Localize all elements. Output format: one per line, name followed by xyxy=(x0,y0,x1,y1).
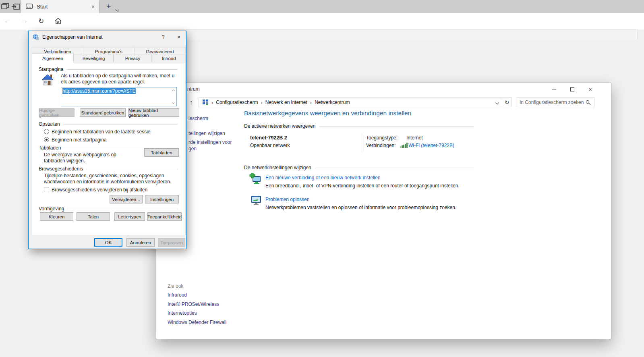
see-also-link-intel-proset[interactable]: Intel® PROSet/Wireless xyxy=(168,301,219,307)
browsegeschiedenis-description: Tijdelijke bestanden, geschiedenis, cook… xyxy=(44,173,177,185)
screen: Start × + ← → ↻ Zoek of voer een webadre… xyxy=(0,0,644,357)
browser-tab-start[interactable]: Start × xyxy=(21,0,99,13)
close-button[interactable]: × xyxy=(581,83,599,95)
breadcrumb-item-netwerkcentrum[interactable]: Netwerkcentrum xyxy=(315,100,350,105)
startpagina-description: Als u tabbladen op de startpagina wilt m… xyxy=(61,73,178,85)
section-label: Opstarten xyxy=(39,121,60,127)
homepage-url-textarea[interactable]: http://asus15.msn.com/?pc=ASTE xyxy=(61,87,177,106)
colors-button[interactable]: Kleuren xyxy=(40,212,73,221)
sidebar-link-fragment[interactable]: tellingen wijzigen xyxy=(188,131,225,136)
network-type: Openbaar netwerk xyxy=(250,143,290,148)
back-icon[interactable]: ← xyxy=(4,17,11,25)
radio-start-with-homepage[interactable] xyxy=(44,137,49,142)
breadcrumb-chevron: › xyxy=(310,100,312,106)
vormgeving-section-header: Vormgeving xyxy=(39,206,178,212)
breadcrumb-chevron: › xyxy=(261,100,262,106)
scroll-down-icon[interactable] xyxy=(171,101,176,105)
see-also-link-internetopties[interactable]: Internetopties xyxy=(168,310,197,316)
tabbar-divider-2 xyxy=(99,2,99,12)
start-page-icon xyxy=(26,3,33,10)
radio-start-with-homepage-label[interactable]: Beginnen met startpagina xyxy=(52,137,107,143)
refresh-icon[interactable]: ↻ xyxy=(502,98,511,107)
set-aside-tabs-icon[interactable] xyxy=(11,3,20,12)
cancel-button[interactable]: Annuleren xyxy=(126,238,155,247)
radio-last-session[interactable] xyxy=(44,129,49,134)
help-button[interactable]: ? xyxy=(157,31,170,43)
tab-inhoud[interactable]: Inhoud xyxy=(152,54,186,62)
tab-beveiliging[interactable]: Beveiliging xyxy=(74,54,114,62)
sidebar-link-fragment[interactable]: iescherm xyxy=(188,116,208,121)
tabs-button[interactable]: Tabbladen xyxy=(144,148,179,157)
minimize-button[interactable] xyxy=(545,83,563,95)
active-networks-section-header: De actieve netwerken weergeven xyxy=(244,123,474,129)
home-page-icon xyxy=(41,73,54,88)
ok-button[interactable]: OK xyxy=(94,238,122,247)
address-dropdown-chevron-icon[interactable] xyxy=(492,98,502,107)
search-placeholder: In Configuratiescherm zoeken xyxy=(520,100,586,105)
settings-button[interactable]: Instellingen xyxy=(145,195,179,203)
section-label: Startpagina xyxy=(39,66,63,72)
connections-label: Verbindingen: xyxy=(366,143,396,148)
radio-last-session-label[interactable]: Beginnen met tabbladen van de laatste se… xyxy=(52,129,151,135)
network-name: telenet-7922B 2 xyxy=(250,135,287,141)
apply-button[interactable]: Toepassen xyxy=(158,238,185,247)
section-label: Tabbladen xyxy=(39,145,61,151)
tab-close-icon[interactable]: × xyxy=(87,4,99,10)
delete-history-checkbox[interactable] xyxy=(44,187,49,192)
access-type-label: Toegangstype: xyxy=(366,135,398,141)
browsegeschiedenis-section-header: Browsegeschiedenis xyxy=(39,166,178,172)
troubleshoot-link[interactable]: Problemen oplossen xyxy=(265,197,309,202)
opstarten-section-header: Opstarten xyxy=(39,121,178,127)
use-default-button[interactable]: Standaard gebruiken xyxy=(80,108,126,117)
browser-toolbar: ← → ↻ Zoek of voer een webadres in xyxy=(0,13,644,30)
refresh-icon[interactable]: ↻ xyxy=(38,17,44,25)
control-panel-icon xyxy=(202,99,209,106)
see-also-link-windows-defender-firewall[interactable]: Windows Defender Firewall xyxy=(168,320,226,325)
forward-icon[interactable]: → xyxy=(21,17,28,25)
tab-list-chevron-icon[interactable] xyxy=(116,5,119,12)
search-icon[interactable] xyxy=(586,100,591,105)
section-label: De actieve netwerken weergeven xyxy=(244,123,315,129)
change-settings-section-header: De netwerkinstellingen wijzigen xyxy=(244,165,474,170)
tab-privacy[interactable]: Privacy xyxy=(114,54,152,62)
section-label: De netwerkinstellingen wijzigen xyxy=(244,165,311,170)
startpagina-section-header: Startpagina xyxy=(39,66,178,72)
breadcrumb-item-netwerk-en-internet[interactable]: Netwerk en internet xyxy=(265,100,307,105)
fonts-button[interactable]: Lettertypen xyxy=(114,212,145,221)
sidebar-link-fragment[interactable]: gen xyxy=(188,146,197,152)
wifi-connection-link[interactable]: Wi-Fi (telenet-7922B) xyxy=(408,143,454,148)
setup-new-connection-description: Een breedband-, inbel- of VPN-verbinding… xyxy=(265,183,460,189)
accessibility-button[interactable]: Toegankelijkheid xyxy=(147,212,182,221)
tabbladen-description: De weergave van webpagina's op tabbladen… xyxy=(44,152,139,164)
see-also-link-infrarood[interactable]: Infrarood xyxy=(168,292,187,298)
tab-algemeen[interactable]: Algemeen xyxy=(32,53,74,63)
wifi-signal-icon xyxy=(400,143,408,148)
setup-new-connection-link[interactable]: Een nieuwe verbinding of een nieuw netwe… xyxy=(265,175,381,181)
internet-properties-icon xyxy=(33,34,39,40)
control-panel-search[interactable]: In Configuratiescherm zoeken xyxy=(516,98,594,107)
breadcrumb-item-configuratiescherm[interactable]: Configuratiescherm xyxy=(216,100,258,105)
sidebar-link-fragment[interactable]: rde instellingen voor xyxy=(188,139,232,145)
section-label: Vormgeving xyxy=(39,206,64,212)
languages-button[interactable]: Talen xyxy=(77,212,110,221)
see-also-label: Zie ook xyxy=(168,283,183,289)
use-current-button[interactable]: Huidige gebruiken xyxy=(39,108,75,117)
up-arrow-icon[interactable]: ↑ xyxy=(190,99,193,106)
new-tab-button[interactable]: + xyxy=(101,0,116,13)
browser-tab-bar: Start × + xyxy=(0,0,644,13)
maximize-button[interactable] xyxy=(563,83,581,95)
delete-button[interactable]: Verwijderen... xyxy=(110,195,143,203)
network-center-window: ntrum × ↑ › Configuratiescherm › Netwerk… xyxy=(156,83,611,339)
troubleshoot-icon xyxy=(251,195,261,207)
breadcrumb: › Configuratiescherm › Netwerk en intern… xyxy=(199,98,512,107)
use-new-tab-button[interactable]: Nieuw tabblad gebruiken xyxy=(128,108,179,117)
dialog-title: Eigenschappen van Internet xyxy=(42,34,102,40)
home-icon[interactable] xyxy=(54,17,62,26)
tab-preview-icon[interactable] xyxy=(1,3,9,12)
scroll-up-icon[interactable] xyxy=(171,88,176,92)
delete-history-checkbox-label[interactable]: Browsegeschiedenis verwijderen bij afslu… xyxy=(52,187,147,193)
window-title: ntrum xyxy=(187,86,200,92)
panel-divider xyxy=(361,134,361,153)
internet-properties-dialog: Eigenschappen van Internet ? × Verbindin… xyxy=(28,31,186,249)
close-button[interactable]: × xyxy=(172,31,186,43)
